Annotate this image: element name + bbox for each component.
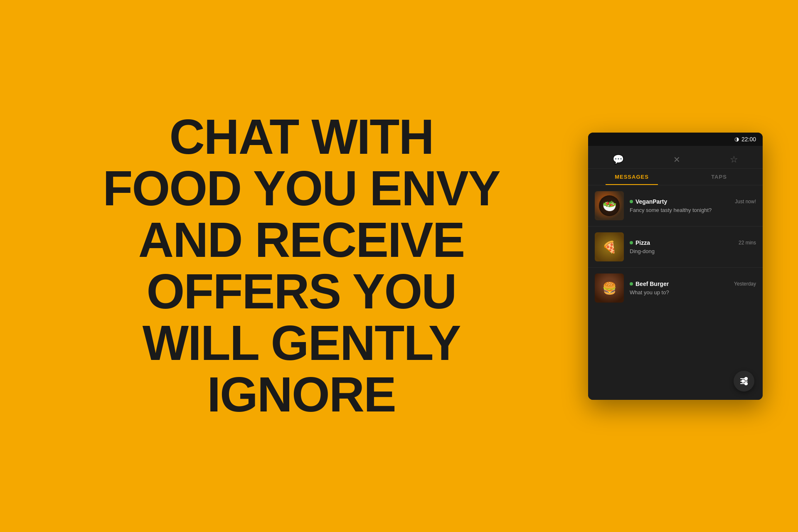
- pizza-header: Pizza 22 mins: [630, 239, 756, 246]
- tab-messages[interactable]: MESSAGES: [588, 169, 675, 185]
- burger-thumbnail: [595, 273, 624, 303]
- fab-filter-button[interactable]: [734, 371, 754, 392]
- hero-line-6: IGNORE: [103, 369, 500, 421]
- tabs-bar: MESSAGES TAPS: [588, 169, 763, 185]
- phone-section: ◑ 22:00 💬 ✕ ☆ MESSAGES TAPS: [586, 133, 765, 400]
- vegan-content: VeganParty Just now! Fancy some tasty he…: [630, 198, 756, 213]
- hero-text: CHAT WITH FOOD YOU ENVY AND RECEIVE OFFE…: [103, 111, 500, 420]
- hero-line-3: AND RECEIVE: [103, 214, 500, 266]
- burger-name: Beef Burger: [635, 281, 669, 287]
- pizza-time: 22 mins: [739, 240, 756, 246]
- messages-nav-icon: 💬: [613, 154, 624, 165]
- online-dot-vegan: [630, 200, 633, 203]
- online-dot-pizza: [630, 241, 633, 244]
- nav-star[interactable]: ☆: [717, 153, 751, 167]
- hero-line-2: FOOD YOU ENVY: [103, 163, 500, 214]
- star-nav-icon: ☆: [730, 154, 738, 165]
- online-dot-burger: [630, 282, 633, 286]
- burger-preview: What you up to?: [630, 289, 756, 296]
- burger-time: Yesterday: [734, 281, 756, 287]
- pizza-thumbnail: [595, 232, 624, 261]
- vegan-name: VeganParty: [635, 198, 667, 205]
- vegan-header: VeganParty Just now!: [630, 198, 756, 205]
- phone-mockup: ◑ 22:00 💬 ✕ ☆ MESSAGES TAPS: [588, 133, 763, 400]
- hero-section: CHAT WITH FOOD YOU ENVY AND RECEIVE OFFE…: [0, 78, 586, 453]
- vegan-thumbnail: [595, 191, 624, 220]
- burger-content: Beef Burger Yesterday What you up to?: [630, 281, 756, 296]
- hero-line-1: CHAT WITH: [103, 111, 500, 163]
- burger-header: Beef Burger Yesterday: [630, 281, 756, 287]
- sliders-icon: [740, 378, 748, 384]
- pizza-sender: Pizza: [630, 239, 650, 246]
- vegan-time: Just now!: [735, 199, 756, 204]
- messages-list: VeganParty Just now! Fancy some tasty he…: [588, 185, 763, 308]
- pizza-content: Pizza 22 mins Ding-dong: [630, 239, 756, 254]
- battery-icon: ◑: [734, 136, 739, 142]
- pizza-name: Pizza: [635, 239, 650, 246]
- message-item-burger[interactable]: Beef Burger Yesterday What you up to?: [588, 268, 763, 308]
- status-bar: ◑ 22:00: [588, 133, 763, 146]
- status-time: 22:00: [741, 136, 756, 143]
- nav-icons: 💬 ✕ ☆: [588, 146, 763, 169]
- hero-line-5: WILL GENTLY: [103, 318, 500, 369]
- tab-taps[interactable]: TAPS: [675, 169, 763, 185]
- burger-sender: Beef Burger: [630, 281, 669, 287]
- vegan-preview: Fancy some tasty healthy tonight?: [630, 207, 756, 213]
- vegan-sender: VeganParty: [630, 198, 667, 205]
- nav-fork[interactable]: ✕: [661, 153, 693, 166]
- nav-messages[interactable]: 💬: [600, 153, 636, 167]
- message-item-vegan[interactable]: VeganParty Just now! Fancy some tasty he…: [588, 185, 763, 227]
- fork-nav-icon: ✕: [673, 155, 680, 165]
- hero-line-4: OFFERS YOU: [103, 266, 500, 318]
- pizza-preview: Ding-dong: [630, 248, 756, 254]
- message-item-pizza[interactable]: Pizza 22 mins Ding-dong: [588, 227, 763, 268]
